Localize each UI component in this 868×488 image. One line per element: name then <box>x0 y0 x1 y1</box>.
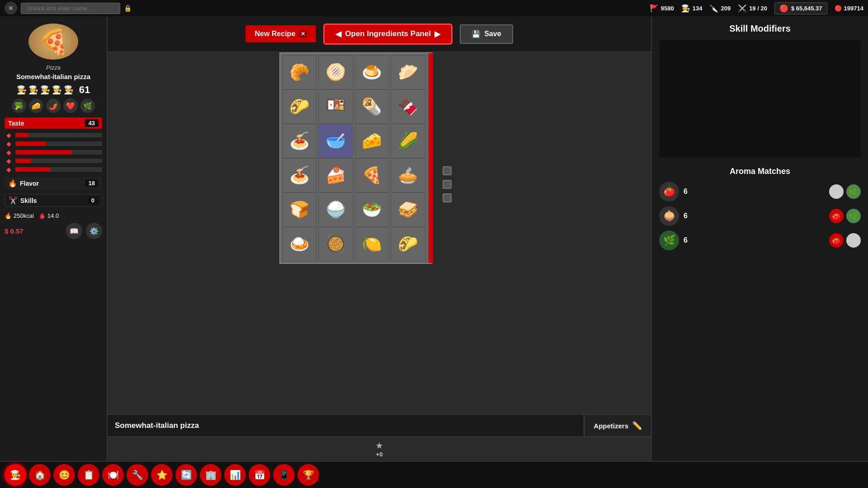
aroma-dot-1b: 🌿 <box>846 184 861 199</box>
category-label: Appetizers <box>594 422 628 430</box>
ing-item-20[interactable]: 🥪 <box>391 192 425 227</box>
name-input[interactable] <box>21 3 120 14</box>
ing-item-24[interactable]: 🌮 <box>391 227 425 261</box>
ing-item-9[interactable]: 🍝 <box>282 124 316 158</box>
settings-icon[interactable]: ⚙️ <box>86 223 102 239</box>
star5: 🧑‍🍳 <box>64 85 74 95</box>
recipe-name-input[interactable] <box>108 415 584 436</box>
star3: 🧑‍🍳 <box>40 85 50 95</box>
ing-item-21[interactable]: 🍛 <box>282 227 316 261</box>
flag-icon: 🚩 <box>650 4 659 13</box>
nav-btn-plate[interactable]: 🍽️ <box>102 464 124 486</box>
star2: 🧑‍🍳 <box>28 85 38 95</box>
skills-value: 0 <box>88 197 98 204</box>
nav-btn-swap[interactable]: 🔄 <box>175 464 197 486</box>
ingredients-grid: 🥐 🫓 🍮 🥟 🌮 🍱 🌯 🍫 🍝 🥣 🧀 🌽 🍝 🍰 🍕 🥧 🍞 🍚 🥗 � <box>280 53 429 263</box>
ing-item-4[interactable]: 🥟 <box>391 55 425 89</box>
ing-item-19[interactable]: 🥗 <box>355 192 389 227</box>
star-rating-bar: ★ +0 <box>108 436 651 461</box>
ing-item-8[interactable]: 🍫 <box>391 89 425 124</box>
money-value: $ 65,645.37 <box>791 5 822 12</box>
chef-icon: 🧑‍🍳 <box>681 4 690 13</box>
top-bar: ✕ 🔒 🚩 9580 🧑‍🍳 134 🔪 209 ⚔️ 19 / 20 🔴 $ … <box>0 0 868 16</box>
money-box: 🔴 $ 65,645.37 <box>774 2 827 14</box>
taste-section: Taste 43 <box>5 117 102 129</box>
ing-item-15[interactable]: 🍕 <box>355 158 389 192</box>
star4: 🧑‍🍳 <box>52 85 62 95</box>
ingredients-label: Open Ingredients Panel <box>345 29 431 38</box>
ingredients-scroll[interactable]: 🥐 🫓 🍮 🥟 🌮 🍱 🌯 🍫 🍝 🥣 🧀 🌽 🍝 🍰 🍕 🥧 🍞 🍚 🥗 � <box>280 53 431 263</box>
aroma-ing-2: 🧅 <box>659 206 679 226</box>
aroma-ing-1: 🍅 <box>659 182 679 202</box>
bar-track-4 <box>15 159 102 163</box>
taste-value: 43 <box>85 119 99 127</box>
skills-label: Skills <box>20 197 37 204</box>
ing-item-2[interactable]: 🫓 <box>318 55 353 89</box>
flag-value: 9580 <box>661 5 674 12</box>
lock-icon: 🔒 <box>124 5 132 12</box>
points-value: 199714 <box>844 5 863 12</box>
skill-modifiers-box <box>659 40 861 158</box>
flavor-value: 18 <box>85 179 99 187</box>
detail1-checkbox-right[interactable] <box>443 166 452 175</box>
ing-item-22[interactable]: 🥘 <box>318 227 353 261</box>
ing-item-7[interactable]: 🌯 <box>355 89 389 124</box>
bottom-stats: 🔥 250kcal 🩸 14.0 <box>5 212 102 219</box>
recipe-book-icon[interactable]: 📖 <box>66 223 82 239</box>
nav-btn-mobile[interactable]: 📱 <box>273 464 295 486</box>
ing-item-11[interactable]: 🧀 <box>355 124 389 158</box>
ing-icon-5: 🌿 <box>80 99 95 113</box>
ingredients-overlay: 🥐 🫓 🍮 🥟 🌮 🍱 🌯 🍫 🍝 🥣 🧀 🌽 🍝 🍰 🍕 🥧 🍞 🍚 🥗 � <box>279 52 433 264</box>
ing-item-14[interactable]: 🍰 <box>318 158 353 192</box>
bar-icon-4: ◆ <box>5 157 13 164</box>
battle-value: 19 / 20 <box>749 5 767 12</box>
nav-btn-settings[interactable]: 🔧 <box>127 464 148 486</box>
ing-item-16[interactable]: 🥧 <box>391 158 425 192</box>
skills-section: ✂️ Skills 0 <box>5 194 102 207</box>
ing-item-13[interactable]: 🍝 <box>282 158 316 192</box>
nav-btn-building[interactable]: 🏢 <box>200 464 222 486</box>
flame-icon: 🔥 <box>8 179 17 188</box>
exit-button[interactable]: ✕ <box>5 2 17 14</box>
ing-item-10[interactable]: 🥣 <box>318 124 353 158</box>
aroma-row-1: 🍅 6 🌿 <box>659 182 861 202</box>
open-ingredients-button[interactable]: ◀ Open Ingredients Panel ▶ <box>323 23 453 45</box>
aroma-matches-3: 🍅 <box>829 233 861 248</box>
chef-value: 134 <box>693 5 703 12</box>
nav-btn-home[interactable]: 🏠 <box>29 464 51 486</box>
nav-btn-chef[interactable]: 👨‍🍳 <box>5 464 26 486</box>
ing-item-23[interactable]: 🍋 <box>355 227 389 261</box>
pizza-name-label: Somewhat-italian pizza <box>16 73 90 80</box>
taste-bar-3: ◆ <box>5 149 102 156</box>
aroma-count-1: 6 <box>684 188 688 196</box>
pizza-type-label: Pizza <box>46 64 61 71</box>
ing-icon-3: 🌶️ <box>46 99 61 113</box>
weight-value: 14.0 <box>47 212 59 219</box>
right-panel: Skill Modifiers Aroma Matches 🍅 6 🌿 🧅 6 … <box>651 16 868 461</box>
nav-btn-trophy[interactable]: 🏆 <box>297 464 319 486</box>
nav-btn-list[interactable]: 📋 <box>78 464 99 486</box>
ing-item-1[interactable]: 🥐 <box>282 55 316 89</box>
ing-item-18[interactable]: 🍚 <box>318 192 353 227</box>
knife-icon: 🔪 <box>709 4 718 13</box>
toolbar: New Recipe ✕ ◀ Open Ingredients Panel ▶ … <box>108 16 651 52</box>
detail2-checkbox-right[interactable] <box>443 180 452 189</box>
ing-item-12[interactable]: 🌽 <box>391 124 425 158</box>
chef-count: 61 <box>79 84 90 96</box>
aroma-count-2: 6 <box>684 212 688 220</box>
ing-item-3[interactable]: 🍮 <box>355 55 389 89</box>
bar-track-1 <box>15 133 102 137</box>
nav-btn-face[interactable]: 😊 <box>53 464 75 486</box>
ing-item-5[interactable]: 🌮 <box>282 89 316 124</box>
weight-stat: 🩸 14.0 <box>38 212 59 219</box>
nav-btn-calendar[interactable]: 📅 <box>249 464 270 486</box>
category-button[interactable]: Appetizers ✏️ <box>584 415 651 436</box>
save-button[interactable]: 💾 Save <box>460 24 513 44</box>
ing-item-17[interactable]: 🍞 <box>282 192 316 227</box>
ing-item-6[interactable]: 🍱 <box>318 89 353 124</box>
nav-btn-chart[interactable]: 📊 <box>224 464 246 486</box>
new-recipe-button[interactable]: New Recipe ✕ <box>245 25 316 42</box>
nav-btn-star[interactable]: ⭐ <box>151 464 173 486</box>
new-recipe-label: New Recipe <box>255 30 295 38</box>
detail3-checkbox-right[interactable] <box>443 193 452 202</box>
